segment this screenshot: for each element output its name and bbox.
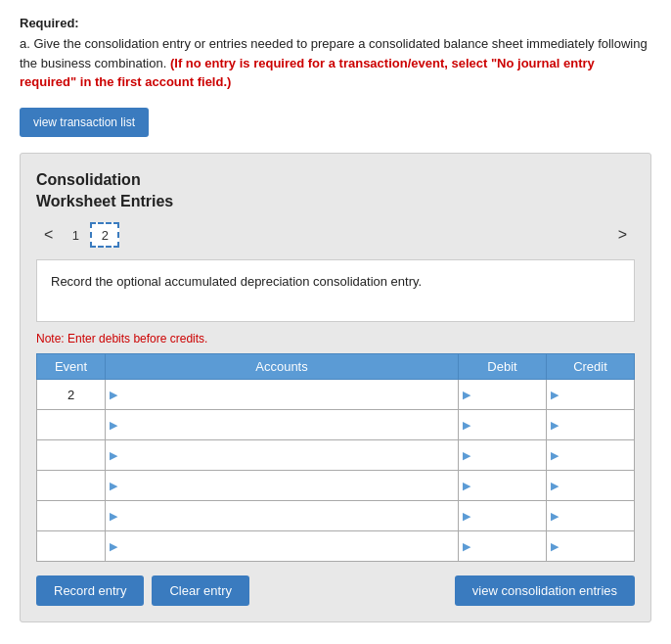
page-1[interactable]: 1 xyxy=(61,222,90,248)
worksheet-title-line2: Worksheet Entries xyxy=(36,193,173,209)
credit-cell-5[interactable]: ▶ xyxy=(547,531,635,562)
account-arrow-icon-0: ▶ xyxy=(106,389,121,401)
credit-arrow-icon-0: ▶ xyxy=(547,389,562,401)
required-text: a. Give the consolidation entry or entri… xyxy=(20,34,651,92)
account-input-5[interactable] xyxy=(121,531,458,561)
credit-input-3[interactable] xyxy=(562,471,634,500)
view-consolidation-button[interactable]: view consolidation entries xyxy=(455,575,635,606)
account-input-3[interactable] xyxy=(121,471,458,500)
credit-arrow-icon-4: ▶ xyxy=(547,510,562,523)
debit-arrow-icon-3: ▶ xyxy=(459,480,474,492)
note-text: Note: Enter debits before credits. xyxy=(36,332,635,345)
debit-input-2[interactable] xyxy=(474,440,546,470)
debit-cell-5[interactable]: ▶ xyxy=(459,531,547,562)
view-transaction-button[interactable]: view transaction list xyxy=(20,108,149,137)
credit-arrow-icon-1: ▶ xyxy=(547,419,562,432)
event-cell-1 xyxy=(37,410,106,440)
col-header-credit: Credit xyxy=(547,354,635,380)
account-cell-2[interactable]: ▶ xyxy=(106,440,459,471)
account-cell-3[interactable]: ▶ xyxy=(106,471,459,501)
debit-input-1[interactable] xyxy=(474,410,546,439)
table-row: ▶▶▶ xyxy=(37,440,635,471)
page-2[interactable]: 2 xyxy=(90,222,119,248)
worksheet-title-line1: Consolidation xyxy=(36,171,141,188)
debit-input-5[interactable] xyxy=(474,531,546,561)
debit-cell-3[interactable]: ▶ xyxy=(459,471,547,501)
credit-arrow-icon-5: ▶ xyxy=(547,540,562,553)
credit-input-2[interactable] xyxy=(562,440,634,470)
debit-arrow-icon-0: ▶ xyxy=(459,389,474,401)
debit-cell-1[interactable]: ▶ xyxy=(459,410,547,440)
record-entry-button[interactable]: Record entry xyxy=(36,575,144,606)
debit-arrow-icon-4: ▶ xyxy=(459,510,474,523)
worksheet-title: Consolidation Worksheet Entries xyxy=(36,169,635,213)
account-input-0[interactable] xyxy=(121,380,458,409)
col-header-accounts: Accounts xyxy=(106,354,459,380)
debit-cell-2[interactable]: ▶ xyxy=(459,440,547,471)
credit-arrow-icon-3: ▶ xyxy=(547,480,562,492)
debit-arrow-icon-1: ▶ xyxy=(459,419,474,432)
pagination-row: < 1 2 > xyxy=(36,222,635,248)
credit-arrow-icon-2: ▶ xyxy=(547,449,562,462)
event-cell-3 xyxy=(37,471,106,501)
event-cell-4 xyxy=(37,501,106,531)
worksheet-container: Consolidation Worksheet Entries < 1 2 > … xyxy=(20,153,651,623)
table-row: ▶▶▶ xyxy=(37,471,635,501)
required-label: Required: xyxy=(20,16,651,30)
credit-cell-0[interactable]: ▶ xyxy=(547,380,635,410)
account-arrow-icon-1: ▶ xyxy=(106,419,121,432)
instruction-text: Record the optional accumulated deprecia… xyxy=(51,274,422,289)
event-cell-5 xyxy=(37,531,106,562)
table-row: ▶▶▶ xyxy=(37,410,635,440)
debit-input-3[interactable] xyxy=(474,471,546,500)
account-arrow-icon-4: ▶ xyxy=(106,510,121,523)
event-cell-2 xyxy=(37,440,106,471)
bottom-buttons: Record entry Clear entry view consolidat… xyxy=(36,575,635,606)
account-input-1[interactable] xyxy=(121,410,458,439)
credit-cell-1[interactable]: ▶ xyxy=(547,410,635,440)
account-arrow-icon-3: ▶ xyxy=(106,480,121,492)
account-cell-1[interactable]: ▶ xyxy=(106,410,459,440)
account-cell-4[interactable]: ▶ xyxy=(106,501,459,531)
account-arrow-icon-5: ▶ xyxy=(106,540,121,553)
debit-input-4[interactable] xyxy=(474,501,546,530)
next-page-arrow[interactable]: > xyxy=(610,224,635,246)
clear-entry-button[interactable]: Clear entry xyxy=(152,575,249,606)
table-row: ▶▶▶ xyxy=(37,531,635,562)
account-cell-5[interactable]: ▶ xyxy=(106,531,459,562)
event-cell-0: 2 xyxy=(37,380,106,410)
credit-cell-4[interactable]: ▶ xyxy=(547,501,635,531)
col-header-debit: Debit xyxy=(459,354,547,380)
debit-arrow-icon-5: ▶ xyxy=(459,540,474,553)
col-header-event: Event xyxy=(37,354,106,380)
credit-input-1[interactable] xyxy=(562,410,634,439)
journal-table: Event Accounts Debit Credit 2▶▶▶▶▶▶▶▶▶▶▶… xyxy=(36,353,635,562)
credit-cell-2[interactable]: ▶ xyxy=(547,440,635,471)
credit-cell-3[interactable]: ▶ xyxy=(547,471,635,501)
debit-cell-0[interactable]: ▶ xyxy=(459,380,547,410)
account-input-4[interactable] xyxy=(121,501,458,530)
debit-arrow-icon-2: ▶ xyxy=(459,449,474,462)
credit-input-0[interactable] xyxy=(562,380,634,409)
credit-input-5[interactable] xyxy=(562,531,634,561)
prev-page-arrow[interactable]: < xyxy=(36,224,61,246)
account-cell-0[interactable]: ▶ xyxy=(106,380,459,410)
debit-input-0[interactable] xyxy=(474,380,546,409)
credit-input-4[interactable] xyxy=(562,501,634,530)
table-row: 2▶▶▶ xyxy=(37,380,635,410)
debit-cell-4[interactable]: ▶ xyxy=(459,501,547,531)
account-input-2[interactable] xyxy=(121,440,458,470)
table-row: ▶▶▶ xyxy=(37,501,635,531)
instruction-box: Record the optional accumulated deprecia… xyxy=(36,259,635,322)
account-arrow-icon-2: ▶ xyxy=(106,449,121,462)
